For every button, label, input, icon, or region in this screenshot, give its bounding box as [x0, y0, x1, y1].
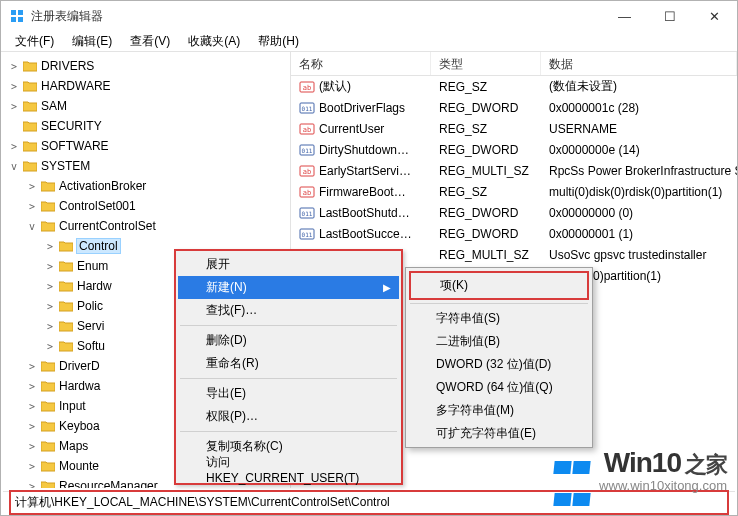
tree-node-system[interactable]: vSYSTEM: [7, 156, 290, 176]
ctx-rename[interactable]: 重命名(R): [178, 352, 399, 375]
expand-icon[interactable]: >: [43, 341, 57, 352]
cell-data: (数值未设置): [541, 78, 737, 95]
expand-icon[interactable]: >: [25, 401, 39, 412]
tree-node-sam[interactable]: >SAM: [7, 96, 290, 116]
expand-icon[interactable]: >: [25, 441, 39, 452]
tree-node-activationbroker[interactable]: >ActivationBroker: [25, 176, 290, 196]
ctx-find[interactable]: 查找(F)…: [178, 299, 399, 322]
folder-open-icon: [22, 159, 38, 173]
expand-icon[interactable]: >: [43, 281, 57, 292]
list-row[interactable]: ab(默认)REG_SZ(数值未设置): [291, 76, 737, 97]
expand-icon[interactable]: >: [25, 201, 39, 212]
expand-icon[interactable]: >: [7, 101, 21, 112]
ctx-permissions[interactable]: 权限(P)…: [178, 405, 399, 428]
ctx-new-qword[interactable]: QWORD (64 位)值(Q): [408, 376, 590, 399]
list-row[interactable]: 011LastBootSucce…REG_DWORD0x00000001 (1): [291, 223, 737, 244]
folder-icon: [58, 299, 74, 313]
list-row[interactable]: 011DirtyShutdown…REG_DWORD0x0000000e (14…: [291, 139, 737, 160]
cell-name: 011LastBootSucce…: [291, 226, 431, 242]
expand-icon[interactable]: >: [43, 321, 57, 332]
svg-text:011: 011: [302, 147, 313, 154]
tree-node-controlset001[interactable]: >ControlSet001: [25, 196, 290, 216]
ctx-goto-hkcu[interactable]: 访问 HKEY_CURRENT_USER(T): [178, 458, 399, 481]
submenu-arrow-icon: ▶: [383, 282, 391, 293]
context-menu-tree: 展开 新建(N)▶ 查找(F)… 删除(D) 重命名(R) 导出(E) 权限(P…: [174, 249, 403, 485]
expand-icon[interactable]: >: [43, 261, 57, 272]
list-row[interactable]: abEarlyStartServi…REG_MULTI_SZRpcSs Powe…: [291, 160, 737, 181]
expand-icon[interactable]: v: [25, 221, 39, 232]
ctx-new-dword[interactable]: DWORD (32 位)值(D): [408, 353, 590, 376]
ctx-export[interactable]: 导出(E): [178, 382, 399, 405]
folder-icon: [58, 319, 74, 333]
ctx-new-label: 新建(N): [206, 279, 247, 296]
folder-icon: [40, 439, 56, 453]
expand-icon[interactable]: >: [43, 301, 57, 312]
ctx-separator: [410, 303, 588, 304]
tree-node-hardware[interactable]: >HARDWARE: [7, 76, 290, 96]
tree-node-drivers[interactable]: >DRIVERS: [7, 56, 290, 76]
expand-icon[interactable]: v: [7, 161, 21, 172]
cell-type: REG_SZ: [431, 185, 541, 199]
tree-node-security[interactable]: SECURITY: [7, 116, 290, 136]
expand-icon[interactable]: >: [7, 81, 21, 92]
ctx-new-binary[interactable]: 二进制值(B): [408, 330, 590, 353]
menu-edit[interactable]: 编辑(E): [64, 31, 120, 52]
expand-icon[interactable]: >: [25, 381, 39, 392]
ctx-expand[interactable]: 展开: [178, 253, 399, 276]
menu-bar: 文件(F) 编辑(E) 查看(V) 收藏夹(A) 帮助(H): [1, 31, 737, 52]
cell-data: 0x0000001c (28): [541, 101, 737, 115]
list-row[interactable]: 011LastBootShutd…REG_DWORD0x00000000 (0): [291, 202, 737, 223]
expand-icon[interactable]: >: [25, 181, 39, 192]
ctx-new[interactable]: 新建(N)▶: [178, 276, 399, 299]
cell-type: REG_DWORD: [431, 101, 541, 115]
cell-name: abCurrentUser: [291, 121, 431, 137]
menu-file[interactable]: 文件(F): [7, 31, 62, 52]
svg-rect-1: [18, 10, 23, 15]
menu-favorites[interactable]: 收藏夹(A): [180, 31, 248, 52]
folder-icon: [22, 119, 38, 133]
column-header-name[interactable]: 名称: [291, 52, 431, 75]
folder-icon: [40, 359, 56, 373]
tree-node-currentcontrolset[interactable]: vCurrentControlSet: [25, 216, 290, 236]
expand-icon[interactable]: >: [25, 481, 39, 489]
menu-help[interactable]: 帮助(H): [250, 31, 307, 52]
tree-node-software[interactable]: >SOFTWARE: [7, 136, 290, 156]
minimize-button[interactable]: —: [602, 1, 647, 31]
value-type-icon: ab: [299, 184, 315, 200]
ctx-new-string[interactable]: 字符串值(S): [408, 307, 590, 330]
folder-icon: [58, 279, 74, 293]
cell-data: UsoSvc gpsvc trustedinstaller: [541, 248, 737, 262]
cell-data: 0x00000000 (0): [541, 206, 737, 220]
expand-icon[interactable]: >: [7, 61, 21, 72]
svg-rect-0: [11, 10, 16, 15]
ctx-new-expandstring[interactable]: 可扩充字符串值(E): [408, 422, 590, 445]
expand-icon[interactable]: >: [7, 141, 21, 152]
svg-text:011: 011: [302, 210, 313, 217]
ctx-new-key[interactable]: 项(K): [412, 274, 586, 297]
close-button[interactable]: ✕: [692, 1, 737, 31]
expand-icon[interactable]: >: [25, 421, 39, 432]
ctx-new-multistring[interactable]: 多字符串值(M): [408, 399, 590, 422]
folder-icon: [22, 59, 38, 73]
cell-data: USERNAME: [541, 122, 737, 136]
list-row[interactable]: abCurrentUserREG_SZUSERNAME: [291, 118, 737, 139]
expand-icon[interactable]: >: [43, 241, 57, 252]
column-header-data[interactable]: 数据: [541, 52, 737, 75]
ctx-delete[interactable]: 删除(D): [178, 329, 399, 352]
maximize-button[interactable]: ☐: [647, 1, 692, 31]
menu-view[interactable]: 查看(V): [122, 31, 178, 52]
svg-text:ab: ab: [303, 84, 311, 92]
folder-icon: [40, 179, 56, 193]
ctx-separator: [180, 325, 397, 326]
list-row[interactable]: abFirmwareBoot…REG_SZmulti(0)disk(0)rdis…: [291, 181, 737, 202]
folder-icon: [58, 259, 74, 273]
cell-type: REG_DWORD: [431, 206, 541, 220]
expand-icon[interactable]: >: [25, 461, 39, 472]
cell-data: 0x0000000e (14): [541, 143, 737, 157]
list-row[interactable]: 011BootDriverFlagsREG_DWORD0x0000001c (2…: [291, 97, 737, 118]
window-title: 注册表编辑器: [31, 8, 602, 25]
expand-icon[interactable]: >: [25, 361, 39, 372]
window-controls: — ☐ ✕: [602, 1, 737, 31]
column-header-type[interactable]: 类型: [431, 52, 541, 75]
address-input[interactable]: 计算机\HKEY_LOCAL_MACHINE\SYSTEM\CurrentCon…: [9, 490, 729, 515]
